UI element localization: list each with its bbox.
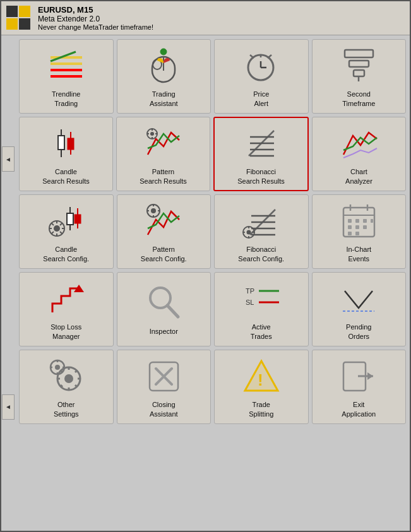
svg-rect-80	[348, 232, 352, 235]
svg-rect-77	[348, 225, 352, 229]
exit-application-label: ExitApplication	[342, 400, 376, 418]
grid-row-4: Stop LossManager Inspector	[19, 272, 406, 346]
price-alert-btn[interactable]: PriceAlert	[214, 39, 309, 114]
active-trades-btn[interactable]: TP SL ActiveTrades	[214, 272, 309, 346]
active-trades-label: ActiveTrades	[251, 322, 272, 341]
second-timeframe-btn[interactable]: SecondTimeframe	[312, 39, 407, 114]
exit-application-btn[interactable]: ExitApplication	[312, 350, 407, 424]
svg-text:!: !	[258, 370, 263, 389]
svg-rect-20	[349, 61, 369, 67]
trendlines-icon	[46, 45, 86, 86]
candle-search-config-label: CandleSearch Config.	[43, 245, 89, 263]
warning-label: Never change MetaTrader timeframe!	[38, 23, 153, 31]
svg-point-64	[246, 230, 251, 235]
svg-text:TP: TP	[246, 287, 254, 295]
svg-point-53	[151, 208, 156, 213]
mouse-icon	[143, 45, 184, 86]
trendline-trading-label: TrendlineTrading	[52, 90, 80, 108]
svg-rect-19	[345, 50, 373, 57]
svg-line-46	[60, 223, 62, 225]
app-window: EURUSD, M15 Meta Extender 2.0 Never chan…	[0, 0, 411, 532]
svg-marker-114	[367, 372, 373, 380]
svg-point-39	[54, 225, 60, 232]
arrow-down-btn[interactable]: ◄	[2, 394, 15, 420]
svg-rect-1	[19, 6, 30, 17]
funnel-icon	[338, 45, 379, 86]
other-settings-btn[interactable]: OtherSettings	[19, 350, 114, 424]
svg-line-99	[61, 385, 63, 387]
svg-point-28	[150, 132, 154, 136]
calendar-icon	[338, 201, 379, 241]
svg-rect-78	[355, 225, 359, 229]
svg-rect-24	[58, 136, 64, 150]
inspector-icon	[143, 283, 184, 323]
svg-rect-51	[74, 215, 81, 223]
svg-rect-74	[355, 219, 359, 223]
trading-assistant-label: TradingAssistant	[150, 90, 178, 108]
grid-row-3: CandleSearch Config.	[19, 194, 406, 269]
grid-row-5: OtherSettings ClosingAssistant	[19, 350, 406, 424]
pattern-search-results-label: PatternSearch Results	[140, 167, 187, 186]
svg-rect-21	[354, 70, 364, 76]
pattern-search-results-btn[interactable]: PatternSearch Results	[116, 117, 210, 191]
chart-analyzer-label: ChartAnalyzer	[345, 167, 372, 186]
svg-rect-49	[67, 213, 73, 225]
svg-rect-26	[68, 138, 74, 150]
candle-results-icon	[46, 123, 86, 163]
settings-gears-icon	[46, 356, 86, 396]
chart-analyzer-icon	[339, 123, 379, 163]
trade-splitting-label: TradeSplitting	[249, 400, 273, 418]
trading-assistant-btn[interactable]: TradingAssistant	[117, 39, 211, 114]
svg-line-47	[52, 232, 54, 233]
trade-splitting-btn[interactable]: ! TradeSplitting	[214, 350, 309, 424]
in-chart-events-label: In-ChartEvents	[346, 245, 371, 263]
closing-assistant-btn[interactable]: ClosingAssistant	[117, 350, 211, 424]
candle-config-icon	[46, 201, 86, 241]
clock-icon	[241, 45, 282, 86]
close-x-icon	[143, 356, 184, 396]
fibonacci-search-config-label: FibonacciSearch Config.	[238, 245, 284, 263]
pattern-results-icon	[143, 123, 184, 163]
second-timeframe-label: SecondTimeframe	[342, 90, 375, 108]
in-chart-events-btn[interactable]: In-ChartEvents	[312, 194, 407, 269]
fib-config-icon	[241, 201, 282, 241]
arrow-up-btn[interactable]: ◄	[2, 146, 15, 172]
svg-line-98	[75, 370, 77, 372]
grid-row-1: TrendlineTrading TradingAssistant	[19, 39, 406, 114]
pattern-search-config-label: PatternSearch Config.	[141, 245, 187, 263]
svg-rect-75	[363, 219, 367, 223]
svg-rect-73	[348, 219, 352, 223]
pending-orders-label: PendingOrders	[346, 322, 371, 341]
svg-point-101	[55, 365, 60, 370]
svg-rect-3	[19, 18, 30, 30]
pending-orders-icon	[338, 278, 379, 319]
svg-line-84	[167, 305, 178, 317]
svg-rect-2	[6, 18, 18, 30]
svg-line-44	[52, 223, 54, 225]
chart-analyzer-btn[interactable]: ChartAnalyzer	[312, 117, 406, 191]
fib-results-icon	[241, 123, 282, 163]
stop-loss-manager-label: Stop LossManager	[51, 322, 81, 341]
header-text: EURUSD, M15 Meta Extender 2.0 Never chan…	[38, 5, 153, 31]
warning-icon: !	[241, 356, 282, 396]
pattern-search-config-btn[interactable]: PatternSearch Config.	[117, 194, 211, 269]
candle-search-config-btn[interactable]: CandleSearch Config.	[19, 194, 114, 269]
stop-loss-manager-btn[interactable]: Stop LossManager	[19, 272, 114, 346]
fibonacci-search-results-btn[interactable]: FibonacciSearch Results	[213, 117, 309, 191]
inspector-btn[interactable]: Inspector	[117, 272, 211, 346]
other-settings-label: OtherSettings	[54, 400, 79, 418]
svg-rect-76	[371, 219, 373, 223]
svg-line-45	[60, 232, 62, 233]
pending-orders-btn[interactable]: PendingOrders	[312, 272, 407, 346]
active-trades-icon: TP SL	[241, 278, 282, 319]
candle-search-results-btn[interactable]: CandleSearch Results	[19, 117, 113, 191]
main-content: ◄ ◄ TrendlineTrading	[1, 35, 410, 531]
grid-container: TrendlineTrading TradingAssistant	[15, 35, 410, 531]
symbol-label: EURUSD, M15	[38, 5, 153, 15]
trendline-trading-btn[interactable]: TrendlineTrading	[19, 39, 114, 114]
fibonacci-search-results-label: FibonacciSearch Results	[237, 167, 285, 186]
stop-loss-icon	[46, 278, 86, 319]
header: EURUSD, M15 Meta Extender 2.0 Never chan…	[1, 1, 410, 35]
fibonacci-search-config-btn[interactable]: FibonacciSearch Config.	[214, 194, 309, 269]
svg-rect-0	[6, 6, 18, 17]
